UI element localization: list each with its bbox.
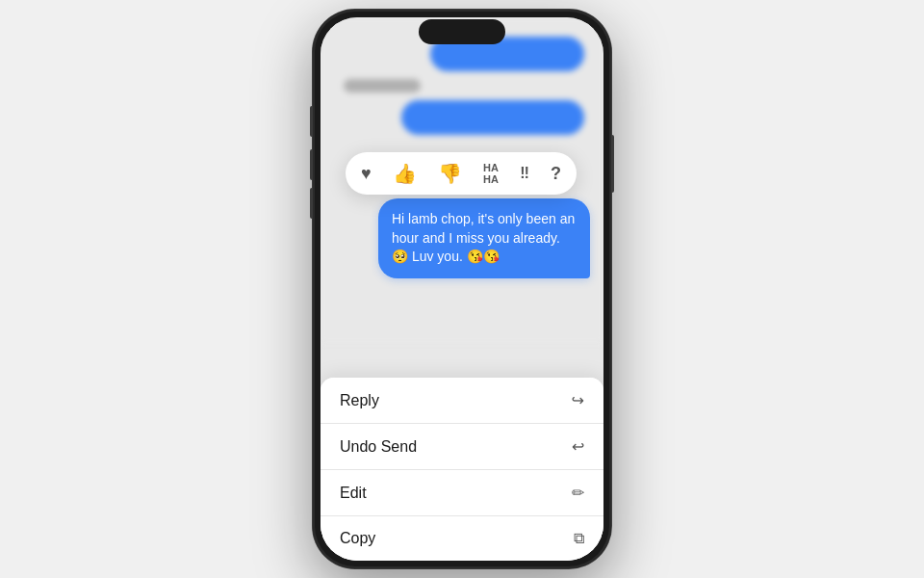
thumbsdown-reaction-button[interactable]: 👎 — [438, 162, 462, 185]
edit-icon: ✏ — [572, 484, 584, 502]
phone-screen: ♥ 👍 👎 HAHA ‼ ? Hi lamb chop, it's only b… — [321, 17, 603, 561]
reaction-bar: ♥ 👍 👎 HAHA ‼ ? — [346, 152, 577, 195]
message-text: Hi lamb chop, it's only been an hour and… — [392, 211, 575, 264]
edit-label: Edit — [340, 485, 367, 502]
copy-icon: ⧉ — [574, 530, 584, 547]
context-menu: Reply ↩ Undo Send ↩ Edit ✏ Copy ⧉ — [321, 378, 603, 561]
edit-menu-item[interactable]: Edit ✏ — [321, 470, 603, 516]
message-bubble-container: Hi lamb chop, it's only been an hour and… — [378, 198, 590, 278]
question-reaction-button[interactable]: ? — [551, 164, 561, 184]
reply-icon: ↩ — [572, 391, 584, 409]
haha-reaction-button[interactable]: HAHA — [483, 162, 499, 185]
heart-reaction-button[interactable]: ♥ — [361, 164, 372, 184]
copy-label: Copy — [340, 530, 375, 547]
undo-send-menu-item[interactable]: Undo Send ↩ — [321, 424, 603, 470]
thumbsup-reaction-button[interactable]: 👍 — [393, 162, 417, 185]
reaction-bar-container: ♥ 👍 👎 HAHA ‼ ? — [340, 152, 584, 195]
reply-label: Reply — [340, 392, 379, 409]
bg-sender-label — [344, 79, 421, 92]
emphasize-reaction-button[interactable]: ‼ — [520, 165, 529, 182]
reply-menu-item[interactable]: Reply ↩ — [321, 378, 603, 424]
message-bubble: Hi lamb chop, it's only been an hour and… — [378, 198, 590, 278]
phone-frame: ♥ 👍 👎 HAHA ‼ ? Hi lamb chop, it's only b… — [313, 10, 611, 568]
copy-menu-item[interactable]: Copy ⧉ — [321, 516, 603, 561]
dynamic-island — [419, 19, 505, 44]
bg-bubble-2 — [401, 100, 584, 135]
undo-send-label: Undo Send — [340, 438, 417, 456]
undo-send-icon: ↩ — [572, 437, 584, 456]
